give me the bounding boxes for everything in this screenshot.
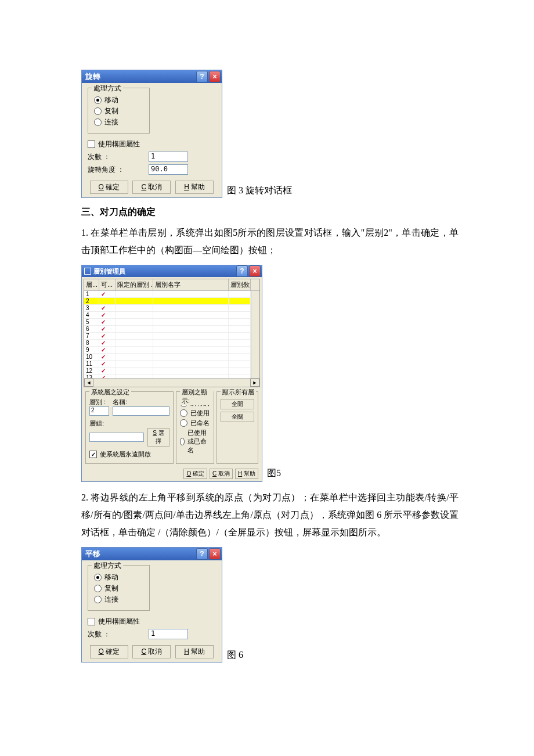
table-row[interactable]: 11✓	[84, 361, 259, 368]
section-heading: 三、对刀点的确定	[81, 206, 459, 218]
help-button[interactable]: H 幫助	[175, 645, 214, 658]
table-row[interactable]: 10✓	[84, 354, 259, 361]
check-icon: ✓	[101, 291, 106, 297]
open-all-button[interactable]: 全開	[221, 399, 254, 409]
checkbox-icon	[88, 618, 95, 625]
horizontal-scrollbar[interactable]: ◄ ►	[84, 378, 259, 387]
cell-desc	[229, 319, 251, 325]
scroll-left-icon[interactable]: ◄	[84, 379, 93, 387]
figure-caption-3: 图 3 旋转对话框	[227, 185, 292, 199]
help-button[interactable]: H 幫助	[235, 469, 258, 479]
col-visible[interactable]: 可...	[99, 279, 116, 290]
ok-button[interactable]: O 確定	[90, 181, 128, 194]
ok-button[interactable]: O 確定	[90, 645, 128, 658]
cell-locked	[116, 361, 153, 367]
app-icon	[84, 268, 91, 275]
col-layer[interactable]: 層...	[84, 279, 99, 290]
table-body[interactable]: 1✓23✓4✓5✓6✓7✓8✓9✓10✓11✓12✓13✓14✓15✓16✓17…	[84, 291, 259, 378]
col-desc[interactable]: 層別敘述	[229, 279, 251, 290]
cell-visible: ✓	[99, 305, 116, 311]
radio-icon	[94, 96, 102, 104]
layer-manager-titlebar[interactable]: 層別管理員 ? ×	[82, 265, 262, 277]
cell-visible: ✓	[99, 368, 116, 374]
vertical-scrollbar[interactable]	[251, 291, 259, 378]
cell-layer-number: 12	[84, 368, 99, 374]
radio-copy[interactable]: 复制	[94, 584, 143, 593]
table-row[interactable]: 3✓	[84, 305, 259, 312]
radio-move[interactable]: 移动	[94, 573, 143, 582]
close-all-button[interactable]: 全關	[221, 412, 254, 422]
cell-locked	[116, 340, 153, 346]
close-icon[interactable]: ×	[209, 71, 221, 82]
check-icon: ✓	[101, 361, 106, 367]
radio-connect[interactable]: 连接	[94, 595, 143, 604]
cell-locked	[116, 305, 153, 311]
check-icon: ✓	[101, 340, 106, 346]
process-mode-group: 處理方式 移动 复制 连接	[88, 565, 150, 611]
radio-move[interactable]: 移动	[94, 95, 143, 105]
layer-manager-dialog: 層別管理員 ? × 層... 可... 限定的層別 ... 層別名字 層別敘述 …	[81, 265, 262, 482]
cell-visible: ✓	[99, 340, 116, 346]
cell-desc	[229, 298, 251, 304]
cell-layer-number: 3	[84, 305, 99, 311]
table-row[interactable]: 4✓	[84, 312, 259, 319]
cell-locked	[116, 326, 153, 332]
table-row[interactable]: 8✓	[84, 340, 259, 347]
count-input[interactable]: 1	[149, 152, 188, 162]
radio-copy[interactable]: 复制	[94, 106, 143, 116]
use-draw-attr-checkbox[interactable]: 使用構圖屬性	[88, 617, 216, 627]
count-input[interactable]: 1	[149, 629, 188, 639]
help-button[interactable]: H 幫助	[175, 181, 214, 194]
cancel-button[interactable]: C 取消	[210, 469, 233, 479]
cell-name	[153, 354, 229, 360]
angle-input[interactable]: 90.0	[149, 164, 188, 175]
col-name[interactable]: 層別名字	[153, 279, 229, 290]
table-row[interactable]: 12✓	[84, 368, 259, 375]
help-icon[interactable]: ?	[196, 71, 208, 82]
ok-button[interactable]: O 確定	[183, 469, 207, 479]
layer-display-group: 層別之顯示: 所有的 已使用 已命名 已使用或已命名	[176, 391, 214, 464]
translate-dialog-titlebar[interactable]: 平移 ? ×	[82, 548, 222, 560]
close-icon[interactable]: ×	[209, 548, 221, 560]
layer-name-input[interactable]	[113, 406, 169, 416]
table-row[interactable]: 6✓	[84, 326, 259, 333]
table-row[interactable]: 1✓	[84, 291, 259, 298]
table-row[interactable]: 2	[84, 298, 259, 305]
radio-used-or-named[interactable]: 已使用或已命名	[180, 429, 210, 455]
cell-locked	[116, 375, 153, 378]
cell-desc	[229, 368, 251, 374]
help-icon[interactable]: ?	[196, 548, 208, 560]
table-row[interactable]: 13✓	[84, 375, 259, 378]
select-button[interactable]: S 選擇	[147, 428, 169, 447]
cancel-button[interactable]: C 取消	[132, 181, 171, 194]
use-draw-attr-label: 使用構圖屬性	[98, 139, 140, 149]
cell-locked	[116, 354, 153, 360]
table-row[interactable]: 7✓	[84, 333, 259, 340]
cell-layer-number: 6	[84, 326, 99, 332]
radio-icon	[180, 438, 185, 445]
radio-icon	[94, 107, 102, 115]
radio-named[interactable]: 已命名	[180, 419, 210, 427]
layer-display-legend: 層別之顯示:	[180, 388, 214, 405]
cell-name	[153, 368, 229, 374]
cell-layer-number: 2	[84, 298, 99, 304]
col-locked[interactable]: 限定的層別 ...	[116, 279, 153, 290]
use-draw-attr-checkbox[interactable]: 使用構圖屬性	[88, 139, 216, 149]
table-row[interactable]: 5✓	[84, 319, 259, 326]
scroll-right-icon[interactable]: ►	[250, 379, 259, 387]
cell-locked	[116, 368, 153, 374]
cancel-button[interactable]: C 取消	[132, 645, 171, 658]
help-icon[interactable]: ?	[236, 265, 248, 277]
keep-system-layer-open-checkbox[interactable]: ✓ 使系統層永遠開啟	[89, 450, 169, 459]
layer-group-input[interactable]	[89, 433, 144, 442]
layer-number-label: 層別 :	[89, 398, 109, 406]
layer-number-input[interactable]: 2	[89, 406, 109, 416]
count-label: 次數 ：	[88, 629, 149, 639]
close-icon[interactable]: ×	[249, 265, 261, 277]
radio-connect[interactable]: 连接	[94, 117, 143, 127]
cell-layer-number: 7	[84, 333, 99, 339]
process-mode-legend: 處理方式	[92, 84, 123, 93]
rotate-dialog-titlebar[interactable]: 旋轉 ? ×	[82, 70, 222, 83]
table-row[interactable]: 9✓	[84, 347, 259, 354]
radio-used[interactable]: 已使用	[180, 409, 210, 417]
